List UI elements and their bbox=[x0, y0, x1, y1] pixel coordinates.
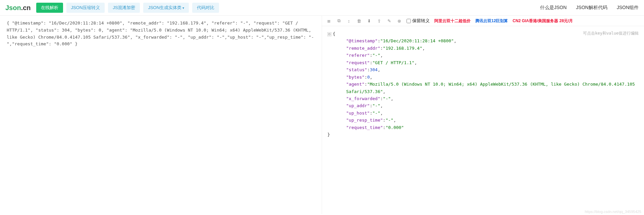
logo-json: Json bbox=[5, 4, 21, 11]
nav-what-is-json[interactable]: 什么是JSON bbox=[540, 5, 567, 11]
nav-right: 什么是JSON JSON解析代码 JSON组件 bbox=[540, 5, 639, 11]
nav-component[interactable]: JSON组件 bbox=[617, 5, 639, 11]
json-key[interactable]: "up_resp_time" bbox=[346, 118, 383, 123]
json-colon: : bbox=[380, 46, 383, 51]
json-key[interactable]: "agent" bbox=[346, 82, 365, 87]
json-key[interactable]: "up_addr" bbox=[346, 103, 370, 108]
nav-parse-code[interactable]: JSON解析代码 bbox=[576, 5, 607, 11]
promo-aliyun[interactable]: 阿里云双十二超低价 bbox=[434, 18, 471, 24]
close-brace-line: } bbox=[327, 131, 639, 138]
json-comma: , bbox=[380, 103, 383, 108]
json-key[interactable]: "@timestamp" bbox=[346, 38, 378, 43]
trash-icon[interactable]: 🗑 bbox=[356, 18, 362, 24]
logo-cn: cn bbox=[23, 4, 31, 11]
close-brace: } bbox=[327, 132, 330, 137]
json-value[interactable]: "16/Dec/2020:11:28:14 +0800" bbox=[380, 38, 454, 43]
copy-icon[interactable]: ⧉ bbox=[336, 18, 341, 24]
download-icon[interactable]: ⬇ bbox=[366, 18, 372, 24]
keep-escape-input[interactable] bbox=[407, 19, 411, 23]
share-icon[interactable]: ⇪ bbox=[376, 18, 382, 24]
json-comma: , bbox=[370, 75, 372, 80]
json-line: "status":304, bbox=[327, 66, 639, 73]
json-line: "request_time":"0.000" bbox=[327, 124, 639, 131]
json-line: "bytes":0, bbox=[327, 74, 639, 81]
parse-button[interactable]: 在线解析 bbox=[36, 3, 63, 13]
collapse-toggle-icon[interactable]: ⊟ bbox=[327, 32, 331, 36]
main: { "@timestamp": "16/Dec/2020:11:28:14 +0… bbox=[0, 16, 644, 214]
header: Json.cn 在线解析 JSON压缩转义 JS混淆加密 JSON生成实体类▾ … bbox=[0, 0, 644, 16]
keep-escape-checkbox[interactable]: 保留转义 bbox=[407, 18, 430, 24]
entity-button-label: JSON生成实体类 bbox=[148, 5, 181, 10]
json-line: "agent":"Mozilla/5.0 (Windows NT 10.0; W… bbox=[327, 81, 639, 95]
json-comma: , bbox=[393, 118, 396, 123]
json-line: "referer":"-", bbox=[327, 52, 639, 59]
json-comma: , bbox=[454, 38, 457, 43]
json-comma: , bbox=[383, 89, 386, 94]
logo[interactable]: Json.cn bbox=[5, 4, 31, 12]
json-line: "up_resp_time":"-", bbox=[327, 117, 639, 124]
json-comma: , bbox=[380, 53, 383, 58]
json-comma: , bbox=[422, 46, 425, 51]
json-line: "@timestamp":"16/Dec/2020:11:28:14 +0800… bbox=[327, 37, 639, 44]
entity-button[interactable]: JSON生成实体类▾ bbox=[143, 3, 189, 13]
json-key[interactable]: "referer" bbox=[346, 53, 370, 58]
json-line: "up_host":"-", bbox=[327, 110, 639, 117]
clear-icon[interactable]: ⊗ bbox=[396, 18, 402, 24]
compress-button[interactable]: JSON压缩转义 bbox=[66, 3, 105, 13]
open-brace: { bbox=[333, 31, 335, 36]
json-colon: : bbox=[365, 82, 367, 87]
json-comma: , bbox=[415, 60, 417, 65]
json-value[interactable]: "192.168.179.4" bbox=[383, 46, 422, 51]
json-value[interactable]: "Mozilla/5.0 (Windows NT 10.0; Win64; x6… bbox=[346, 82, 635, 94]
json-comma: , bbox=[391, 96, 393, 101]
json-colon: : bbox=[380, 96, 383, 101]
json-value[interactable]: "-" bbox=[383, 96, 391, 101]
wand-icon[interactable]: ✎ bbox=[386, 18, 392, 24]
json-key[interactable]: "request_time" bbox=[346, 125, 383, 130]
json-line: "request":"GET / HTTP/1.1", bbox=[327, 59, 639, 66]
json-value[interactable]: "0.000" bbox=[385, 125, 404, 130]
json-tree-view[interactable]: 可点击key和value值进行编辑 ⊟{ "@timestamp":"16/De… bbox=[322, 26, 644, 214]
json-value[interactable]: "-" bbox=[372, 111, 380, 116]
json-comma: , bbox=[378, 67, 380, 72]
json-line: "up_addr":"-", bbox=[327, 102, 639, 109]
json-key[interactable]: "bytes" bbox=[346, 75, 365, 80]
json-key[interactable]: "up_host" bbox=[346, 111, 370, 116]
sort-icon[interactable]: ↕ bbox=[346, 18, 352, 24]
json-value[interactable]: "-" bbox=[385, 118, 393, 123]
json-body: "@timestamp":"16/Dec/2020:11:28:14 +0800… bbox=[327, 37, 639, 131]
json-value[interactable]: "GET / HTTP/1.1" bbox=[372, 60, 414, 65]
database-icon[interactable]: ≣ bbox=[326, 18, 331, 24]
promo-tencent[interactable]: 腾讯云双12巨划算 bbox=[475, 18, 508, 24]
raw-json-input[interactable]: { "@timestamp": "16/Dec/2020:11:28:14 +0… bbox=[0, 16, 322, 214]
json-comma: , bbox=[380, 111, 383, 116]
json-line: "remote_addr":"192.168.179.4", bbox=[327, 45, 639, 52]
json-value[interactable]: 304 bbox=[370, 67, 377, 72]
json-key[interactable]: "status" bbox=[346, 67, 367, 72]
obfuscate-button[interactable]: JS混淆加密 bbox=[108, 3, 140, 13]
edit-hint: 可点击key和value值进行编辑 bbox=[583, 30, 639, 37]
json-key[interactable]: "request" bbox=[346, 60, 370, 65]
diff-button[interactable]: 代码对比 bbox=[192, 3, 219, 13]
watermark: https://blog.csdn.net/qq_34595425 bbox=[585, 210, 641, 214]
right-pane: ≣ ⧉ ↕ 🗑 ⬇ ⇪ ✎ ⊗ 保留转义 阿里云双十二超低价 腾讯云双12巨划算… bbox=[322, 16, 644, 214]
promo-cn2[interactable]: CN2 GIA香港/美国服务器 28元/月 bbox=[513, 18, 573, 24]
json-colon: : bbox=[378, 38, 380, 43]
json-value[interactable]: "-" bbox=[372, 53, 380, 58]
json-line: "x_forwarded":"-", bbox=[327, 95, 639, 102]
json-value[interactable]: "-" bbox=[372, 103, 380, 108]
json-colon: : bbox=[365, 75, 367, 80]
keep-escape-label: 保留转义 bbox=[412, 18, 430, 24]
json-key[interactable]: "remote_addr" bbox=[346, 46, 380, 51]
caret-down-icon: ▾ bbox=[182, 6, 184, 10]
toolbar: ≣ ⧉ ↕ 🗑 ⬇ ⇪ ✎ ⊗ 保留转义 阿里云双十二超低价 腾讯云双12巨划算… bbox=[322, 16, 644, 26]
json-key[interactable]: "x_forwarded" bbox=[346, 96, 380, 101]
